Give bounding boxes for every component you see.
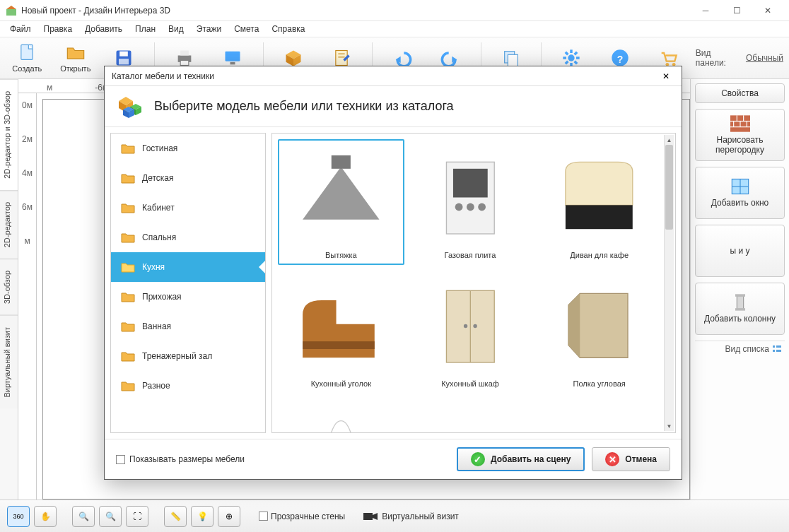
grid-scrollbar[interactable]: ▲ ▼ xyxy=(664,135,674,431)
ok-icon: ✓ xyxy=(471,452,485,466)
category-item[interactable]: Детская xyxy=(111,163,265,193)
catalog-item[interactable]: Вытяжка xyxy=(278,139,404,265)
svg-point-74 xyxy=(464,324,467,328)
catalog-item[interactable] xyxy=(407,396,534,432)
item-caption: Кухонный шкаф xyxy=(441,375,499,388)
category-label: Спальня xyxy=(142,232,176,242)
svg-point-69 xyxy=(478,203,486,211)
scroll-up-icon[interactable]: ▲ xyxy=(665,135,674,145)
item-thumbnail xyxy=(284,402,399,432)
dialog-heading: Выберите модель мебели или техники из ка… xyxy=(154,99,454,114)
item-thumbnail xyxy=(413,145,528,247)
cancel-button[interactable]: ✕ Отмена xyxy=(592,447,670,471)
category-item[interactable]: Кухня xyxy=(111,252,265,282)
catalog-item[interactable]: Диван для кафе xyxy=(536,139,662,265)
dialog-header: Выберите модель мебели или техники из ка… xyxy=(105,86,682,127)
folder-icon xyxy=(121,350,135,362)
scroll-down-icon[interactable]: ▼ xyxy=(665,421,674,431)
items-grid-wrap: ВытяжкаГазовая плитаДиван для кафеКухонн… xyxy=(271,133,676,433)
category-label: Детская xyxy=(142,173,173,183)
catalog-item[interactable]: Кухонный уголок xyxy=(278,268,404,394)
folder-icon xyxy=(121,232,135,243)
svg-point-78 xyxy=(327,421,354,432)
svg-point-67 xyxy=(455,203,462,211)
svg-point-75 xyxy=(473,324,477,328)
folder-icon xyxy=(121,321,135,332)
folder-icon xyxy=(121,291,135,302)
scrollbar-thumb[interactable] xyxy=(665,145,673,230)
dialog-titlebar: Каталог мебели и техники ✕ xyxy=(105,66,682,86)
folder-icon xyxy=(121,172,135,184)
dialog-footer: Показывать размеры мебели ✓ Добавить на … xyxy=(105,439,682,479)
show-sizes-checkbox[interactable]: Показывать размеры мебели xyxy=(116,454,245,464)
item-caption: Газовая плита xyxy=(445,247,496,259)
catalog-dialog: Каталог мебели и техники ✕ Выберите моде… xyxy=(104,66,682,480)
item-caption: Диван для кафе xyxy=(570,247,629,259)
item-caption: Кухонный уголок xyxy=(311,375,371,388)
item-caption: Вытяжка xyxy=(325,247,357,259)
category-item[interactable]: Разное xyxy=(111,371,265,401)
catalog-item[interactable]: Кухонный шкаф xyxy=(407,268,534,394)
category-label: Ванная xyxy=(142,321,171,331)
category-label: Разное xyxy=(142,381,170,391)
folder-icon xyxy=(121,202,135,213)
checkbox-icon xyxy=(116,455,125,464)
svg-rect-64 xyxy=(332,155,351,169)
category-label: Кабинет xyxy=(142,203,175,213)
item-thumbnail xyxy=(542,402,657,432)
category-item[interactable]: Ванная xyxy=(111,312,265,341)
item-thumbnail xyxy=(542,273,657,375)
item-thumbnail xyxy=(542,145,657,247)
svg-rect-70 xyxy=(566,206,633,230)
catalog-item[interactable] xyxy=(536,396,662,432)
cubes-icon xyxy=(116,93,144,121)
item-caption: Полка угловая xyxy=(573,375,626,388)
category-item[interactable]: Прихожая xyxy=(111,282,265,312)
dialog-title: Каталог мебели и техники xyxy=(112,71,658,81)
cancel-icon: ✕ xyxy=(605,452,619,466)
svg-marker-63 xyxy=(303,167,379,220)
category-item[interactable]: Кабинет xyxy=(111,193,265,223)
category-item[interactable]: Тренажерный зал xyxy=(111,341,265,371)
dialog-close-button[interactable]: ✕ xyxy=(658,69,674,84)
catalog-item[interactable] xyxy=(278,396,404,432)
item-thumbnail xyxy=(284,273,399,375)
category-item[interactable]: Спальня xyxy=(111,223,265,252)
svg-point-68 xyxy=(467,203,474,211)
category-item[interactable]: Гостиная xyxy=(111,134,265,163)
category-label: Прихожая xyxy=(142,292,182,302)
items-grid: ВытяжкаГазовая плитаДиван для кафеКухонн… xyxy=(272,134,675,432)
category-label: Гостиная xyxy=(142,143,177,153)
category-label: Кухня xyxy=(142,262,165,272)
svg-rect-66 xyxy=(453,169,488,198)
catalog-item[interactable]: Полка угловая xyxy=(536,268,662,394)
category-label: Тренажерный зал xyxy=(142,351,212,361)
category-list: ГостинаяДетскаяКабинетСпальняКухняПрихож… xyxy=(110,133,266,433)
svg-rect-71 xyxy=(303,341,375,349)
folder-icon xyxy=(121,143,135,154)
catalog-item[interactable]: Газовая плита xyxy=(407,139,534,265)
folder-icon xyxy=(121,380,135,391)
add-to-scene-button[interactable]: ✓ Добавить на сцену xyxy=(457,447,585,471)
folder-icon xyxy=(121,261,135,273)
item-thumbnail xyxy=(413,402,528,432)
item-thumbnail xyxy=(413,273,528,375)
item-thumbnail xyxy=(284,145,399,247)
